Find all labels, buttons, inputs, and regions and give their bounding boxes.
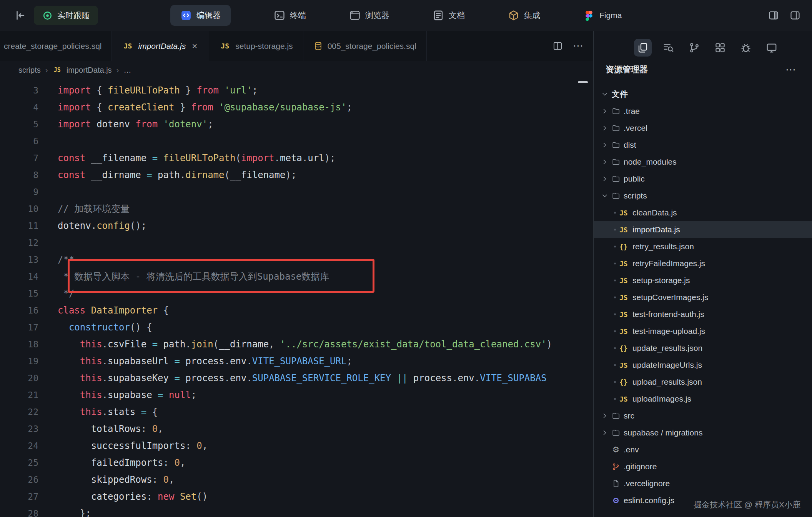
code-line-10[interactable]: 10// 加载环境变量: [0, 200, 593, 217]
collapse-sidebar-button[interactable]: [12, 7, 28, 24]
activity-extensions-button[interactable]: [711, 39, 729, 57]
code-line-7[interactable]: 7const __filename = fileURLToPath(import…: [0, 150, 593, 167]
code-line-3[interactable]: 3import { fileURLToPath } from 'url';: [0, 82, 593, 99]
code-line-23[interactable]: 23 totalRows: 0,: [0, 420, 593, 437]
code-lines: 3import { fileURLToPath } from 'url';4im…: [0, 82, 593, 517]
code-line-22[interactable]: 22 this.stats = {: [0, 404, 593, 420]
code-line-27[interactable]: 27 categories: new Set(): [0, 488, 593, 505]
code-line-19[interactable]: 19 this.supabaseUrl = process.env.VITE_S…: [0, 353, 593, 370]
tree-item-uploadImages.js[interactable]: JSuploadImages.js: [594, 390, 812, 407]
split-editor-button[interactable]: [552, 41, 563, 51]
tree-section--[interactable]: 文件: [594, 86, 812, 103]
activity-preview-button[interactable]: [763, 39, 780, 57]
editor-tab-setup-storage[interactable]: JSsetup-storage.js: [209, 31, 303, 61]
live-follow-button[interactable]: 实时跟随: [34, 6, 98, 25]
code-line-13[interactable]: 13/**: [0, 251, 593, 268]
code-line-4[interactable]: 4import { createClient } from '@supabase…: [0, 99, 593, 116]
app-tab-integrations[interactable]: 集成: [508, 10, 540, 21]
activity-files-button[interactable]: [634, 39, 652, 57]
breadcrumb-separator: ›: [116, 65, 119, 75]
tree-item-node_modules[interactable]: node_modules: [594, 153, 812, 170]
tree-item-.gitignore[interactable]: .gitignore: [594, 458, 812, 475]
tree-item-retryFailedImages.js[interactable]: JSretryFailedImages.js: [594, 255, 812, 272]
editor-tab-create-storage-policies[interactable]: create_storage_policies.sql: [0, 31, 112, 61]
code-line-11[interactable]: 11dotenv.config();: [0, 217, 593, 234]
tree-item-src[interactable]: src: [594, 407, 812, 424]
tree-item-dist[interactable]: dist: [594, 137, 812, 153]
editor-more-button[interactable]: ⋯: [573, 41, 583, 51]
panel-more-button[interactable]: ⋯: [785, 65, 796, 75]
activity-search-button[interactable]: [660, 39, 677, 57]
live-follow-icon: [42, 10, 53, 21]
code-line-18[interactable]: 18 this.csvFile = path.join(__dirname, '…: [0, 336, 593, 353]
chevron-right-icon: [601, 429, 609, 437]
code-line-6[interactable]: 6: [0, 133, 593, 150]
app-tab-terminal[interactable]: 终端: [274, 10, 306, 21]
tree-item-test-image-upload.js[interactable]: JStest-image-upload.js: [594, 323, 812, 340]
tree-item-importData.js[interactable]: JSimportData.js: [594, 221, 812, 238]
folder-icon: [612, 192, 620, 200]
editor-tab-storage-policies-sql[interactable]: 005_storage_policies.sql: [303, 31, 427, 61]
code-line-26[interactable]: 26 skippedRows: 0,: [0, 471, 593, 488]
code-line-25[interactable]: 25 failedImports: 0,: [0, 454, 593, 471]
tree-item-cleanData.js[interactable]: JScleanData.js: [594, 204, 812, 221]
minimap-indicator[interactable]: [578, 81, 588, 83]
topbar: 实时跟随 编辑器终端浏览器文档集成Figma: [0, 0, 812, 31]
tree-item-label: importData.js: [632, 225, 680, 234]
chevron-right-icon: [601, 141, 609, 149]
code-line-12[interactable]: 12: [0, 234, 593, 251]
tree-item-upload_results.json[interactable]: {}upload_results.json: [594, 374, 812, 390]
tree-item-update_results.json[interactable]: {}update_results.json: [594, 340, 812, 357]
line-content: successfulImports: 0,: [38, 437, 208, 454]
tree-item-.vercelignore[interactable]: .vercelignore: [594, 475, 812, 492]
code-line-8[interactable]: 8const __dirname = path.dirname(__filena…: [0, 167, 593, 183]
code-editor[interactable]: 3import { fileURLToPath } from 'url';4im…: [0, 79, 593, 517]
tree-item-setupCoverImages.js[interactable]: JSsetupCoverImages.js: [594, 289, 812, 306]
code-line-21[interactable]: 21 this.supabase = null;: [0, 387, 593, 404]
split-editor-icon: [552, 41, 563, 51]
topbar-right: [768, 10, 800, 21]
close-tab-icon[interactable]: ×: [190, 41, 199, 52]
code-line-24[interactable]: 24 successfulImports: 0,: [0, 437, 593, 454]
activity-debug-button[interactable]: [737, 39, 755, 57]
code-line-14[interactable]: 14 * 数据导入脚本 - 将清洗后的工具数据导入到Supabase数据库: [0, 268, 593, 285]
breadcrumb-item[interactable]: importData.js: [67, 66, 112, 75]
app-tab-editor[interactable]: 编辑器: [170, 5, 231, 26]
chevron-right-icon: [601, 175, 609, 183]
line-number: 23: [0, 420, 38, 437]
code-line-28[interactable]: 28 };: [0, 505, 593, 517]
tree-item-public[interactable]: public: [594, 170, 812, 187]
activity-source-control-button[interactable]: [686, 39, 703, 57]
tree-item-test-frontend-auth.js[interactable]: JStest-frontend-auth.js: [594, 306, 812, 323]
line-number: 27: [0, 488, 38, 505]
app-tab-figma[interactable]: Figma: [583, 10, 622, 21]
editor-tab-import-data[interactable]: JSimportData.js×: [112, 31, 209, 61]
line-content: this.stats = {: [38, 404, 158, 420]
tree-item-setup-storage.js[interactable]: JSsetup-storage.js: [594, 272, 812, 289]
tree-item-retry_results.json[interactable]: {}retry_results.json: [594, 238, 812, 255]
app-tab-browser[interactable]: 浏览器: [349, 10, 389, 21]
tree-item-supabase-migrations[interactable]: supabase / migrations: [594, 424, 812, 441]
code-line-20[interactable]: 20 this.supabaseKey = process.env.SUPABA…: [0, 370, 593, 387]
code-line-5[interactable]: 5import dotenv from 'dotenv';: [0, 116, 593, 133]
code-line-15[interactable]: 15 */: [0, 285, 593, 302]
code-line-17[interactable]: 17 constructor() {: [0, 319, 593, 336]
breadcrumb-item[interactable]: …: [124, 66, 131, 75]
line-number: 22: [0, 404, 38, 420]
tree-item-.env[interactable]: ⚙.env: [594, 441, 812, 458]
code-line-16[interactable]: 16class DataImporter {: [0, 302, 593, 319]
code-line-9[interactable]: 9: [0, 183, 593, 200]
line-number: 3: [0, 82, 38, 99]
toggle-sidebar-button[interactable]: [790, 10, 800, 21]
tree-item-.trae[interactable]: .trae: [594, 103, 812, 120]
tree-item-updateImageUrls.js[interactable]: JSupdateImageUrls.js: [594, 357, 812, 374]
line-number: 28: [0, 505, 38, 517]
line-content: import { createClient } from '@supabase/…: [38, 99, 352, 116]
app-tab-label: 集成: [524, 10, 540, 21]
app-tab-docs[interactable]: 文档: [433, 10, 465, 21]
tree-item-.vercel[interactable]: .vercel: [594, 120, 812, 137]
app-tab-label: 浏览器: [365, 10, 389, 21]
breadcrumb-item[interactable]: scripts: [18, 66, 41, 75]
toggle-panel-button[interactable]: [768, 10, 779, 21]
tree-item-scripts[interactable]: scripts: [594, 187, 812, 204]
